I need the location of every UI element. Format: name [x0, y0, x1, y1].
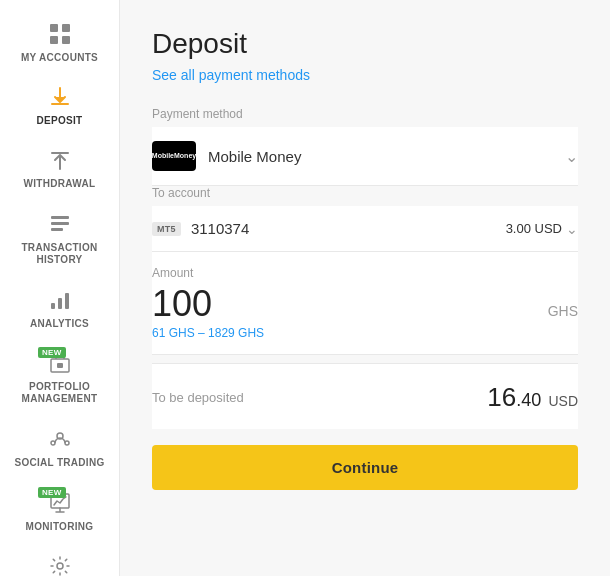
chevron-down-icon: ⌄ [566, 221, 578, 237]
account-label: To account [152, 186, 578, 200]
see-all-payment-methods-link[interactable]: See all payment methods [152, 67, 310, 83]
sidebar-item-social-trading[interactable]: SOCIAL TRADING [0, 417, 119, 477]
svg-rect-3 [62, 36, 70, 44]
account-currency-selector[interactable]: 3.00 USD ⌄ [506, 221, 578, 237]
sidebar-item-withdrawal[interactable]: WITHDRAWAL [0, 138, 119, 198]
monitoring-icon-container: NEW [46, 489, 74, 517]
svg-rect-1 [62, 24, 70, 32]
deposit-label: To be deposited [152, 390, 244, 405]
payment-method-label: Payment method [152, 107, 578, 121]
sidebar-item-label: ANALYTICS [30, 318, 89, 329]
mt5-badge: MT5 [152, 222, 181, 236]
deposit-icon [46, 83, 74, 111]
chevron-down-icon: ⌄ [565, 147, 578, 166]
new-badge-portfolio: NEW [38, 347, 66, 358]
deposit-amount-currency: USD [548, 393, 578, 409]
continue-button[interactable]: Continue [152, 445, 578, 490]
svg-rect-6 [51, 228, 63, 231]
sidebar-item-portfolio-management[interactable]: NEW PORTFOLIO MANAGEMENT [0, 341, 119, 413]
sidebar-item-label: DEPOSIT [37, 115, 83, 126]
payment-method-left: Mobile Money Mobile Money [152, 141, 301, 171]
svg-point-16 [57, 563, 63, 569]
amount-range: 61 GHS – 1829 GHS [152, 326, 578, 340]
amount-label: Amount [152, 266, 578, 280]
accounts-icon [46, 20, 74, 48]
sidebar-item-analytics[interactable]: ANALYTICS [0, 278, 119, 337]
range-max: 1829 GHS [208, 326, 264, 340]
account-number: 3110374 [191, 220, 249, 237]
sidebar-item-my-accounts[interactable]: MY ACCOUNTS [0, 12, 119, 71]
deposit-summary: To be deposited 16.40 USD [152, 363, 578, 429]
account-currency-value: 3.00 USD [506, 221, 562, 236]
mobile-money-icon: Mobile Money [152, 141, 196, 171]
sidebar-item-settings[interactable]: SETTINGS [0, 544, 119, 576]
payment-method-name: Mobile Money [208, 148, 301, 165]
sidebar-item-label: WITHDRAWAL [24, 178, 96, 190]
sidebar-item-label: SOCIAL TRADING [14, 457, 104, 469]
main-content: Deposit See all payment methods Payment … [120, 0, 610, 576]
social-trading-icon [46, 425, 74, 453]
sidebar-item-monitoring[interactable]: NEW MONITORING [0, 481, 119, 540]
deposit-amount-decimal: .40 [516, 390, 541, 410]
payment-method-field: Payment method Mobile Money Mobile Money… [152, 107, 578, 186]
svg-rect-7 [51, 303, 55, 309]
sidebar-item-label: PORTFOLIO MANAGEMENT [4, 381, 115, 405]
sidebar-item-label: TRANSACTION HISTORY [4, 242, 115, 266]
sidebar-item-deposit[interactable]: DEPOSIT [0, 75, 119, 134]
account-selector[interactable]: MT5 3110374 3.00 USD ⌄ [152, 206, 578, 252]
payment-method-selector[interactable]: Mobile Money Mobile Money ⌄ [152, 127, 578, 186]
page-title: Deposit [152, 28, 578, 60]
deposit-amount-whole: 16 [487, 382, 516, 412]
sidebar-item-transaction-history[interactable]: TRANSACTION HISTORY [0, 202, 119, 274]
account-left: MT5 3110374 [152, 220, 249, 237]
portfolio-icon-container: NEW [46, 349, 74, 377]
sidebar-item-label: MY ACCOUNTS [21, 52, 98, 63]
new-badge-monitoring: NEW [38, 487, 66, 498]
svg-rect-2 [50, 36, 58, 44]
range-separator: – [198, 326, 208, 340]
transaction-icon [46, 210, 74, 238]
svg-rect-8 [58, 298, 62, 309]
range-min: 61 GHS [152, 326, 195, 340]
amount-section: Amount 100 GHS 61 GHS – 1829 GHS [152, 252, 578, 355]
svg-rect-11 [57, 363, 63, 368]
svg-rect-9 [65, 293, 69, 309]
deposit-amount: 16.40 USD [487, 382, 578, 413]
svg-rect-4 [51, 216, 69, 219]
amount-value[interactable]: 100 [152, 286, 212, 322]
sidebar-item-label: MONITORING [26, 521, 94, 532]
withdrawal-icon [46, 146, 74, 174]
svg-rect-0 [50, 24, 58, 32]
sidebar: MY ACCOUNTS DEPOSIT WITHDRAWAL [0, 0, 120, 576]
amount-row: 100 GHS [152, 286, 578, 322]
amount-currency: GHS [548, 303, 578, 319]
svg-rect-5 [51, 222, 69, 225]
account-field: To account MT5 3110374 3.00 USD ⌄ [152, 186, 578, 252]
settings-icon [46, 552, 74, 576]
analytics-icon [46, 286, 74, 314]
